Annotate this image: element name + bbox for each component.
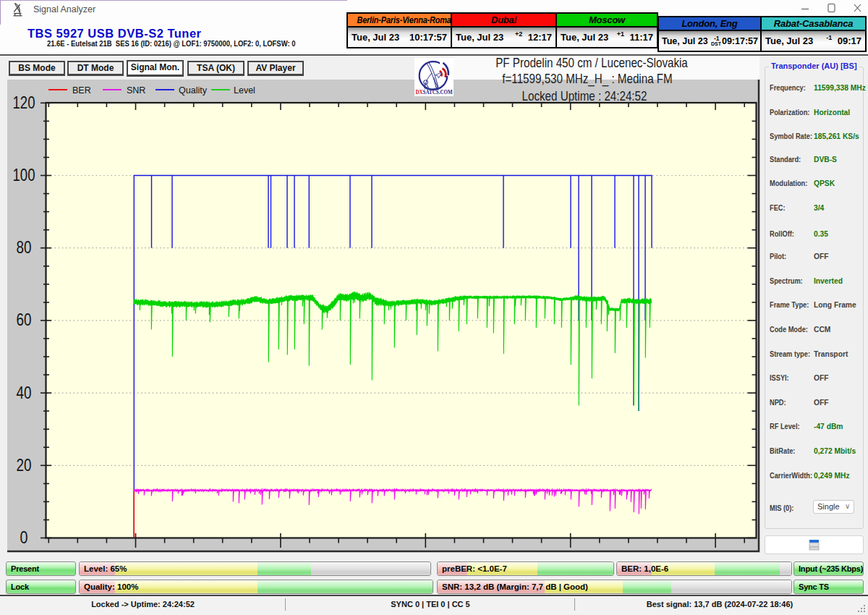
svg-text:60: 60 (17, 310, 32, 329)
svg-text:Level: Level (234, 85, 255, 96)
svg-text:DXSATCS.COM: DXSATCS.COM (416, 88, 453, 96)
svg-text:0: 0 (20, 528, 28, 547)
svg-text:SNR: SNR (127, 85, 145, 96)
svg-text:80: 80 (17, 238, 32, 257)
svg-text:BER: BER (72, 85, 91, 96)
svg-text:100: 100 (13, 166, 35, 184)
svg-text:Quality: Quality (179, 85, 208, 96)
svg-text:120: 120 (13, 93, 35, 112)
svg-text:20: 20 (17, 456, 32, 475)
svg-text:40: 40 (17, 383, 32, 402)
